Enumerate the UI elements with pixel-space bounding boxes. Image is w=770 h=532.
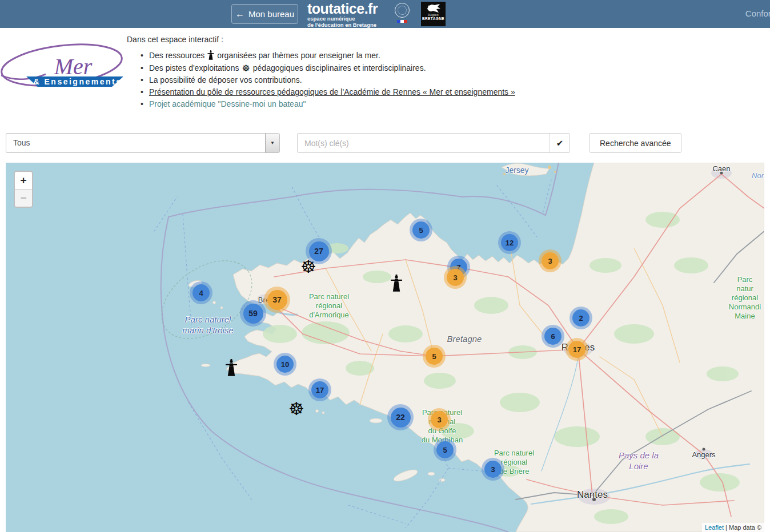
cluster-count: 59 [243, 304, 263, 324]
mon-bureau-label: Mon bureau [248, 9, 294, 19]
bullet-projet: Projet académique "Dessine-moi un bateau… [141, 100, 515, 108]
cluster-count: 10 [276, 356, 294, 373]
map-cluster-marker[interactable]: 5 [410, 219, 432, 241]
cluster-count: 5 [412, 221, 430, 239]
region-bretagne-logo: Région BRETAGNE [421, 2, 446, 26]
advanced-search-button[interactable]: Recherche avancée [589, 133, 681, 153]
map-cluster-marker[interactable]: 3 [428, 408, 451, 431]
check-icon: ✔ [556, 138, 564, 148]
cluster-count: 37 [267, 290, 287, 310]
top-header-bar: ← Mon bureau toutatice.fr espace numériq… [0, 0, 770, 28]
cluster-count: 12 [501, 234, 518, 251]
french-flag-icon [397, 20, 407, 23]
bullet-resources: Des ressources organisées par thèmes pou… [141, 50, 515, 61]
map-cluster-marker[interactable]: 27 [306, 238, 332, 264]
intro-heading: Dans cet espace interactif : [127, 35, 223, 44]
zoom-out-button[interactable]: − [15, 189, 32, 207]
map-cluster-marker[interactable]: 6 [542, 325, 564, 348]
cluster-count: 5 [426, 348, 443, 365]
bullet-contributions: La possibilité de déposer vos contributi… [141, 76, 515, 84]
map-cluster-marker[interactable]: 3 [444, 266, 467, 289]
map-icon-lighthouse[interactable] [390, 275, 403, 295]
map-cluster-marker[interactable]: 12 [498, 231, 521, 254]
academie-emblem-icon [395, 3, 410, 18]
chevron-down-icon[interactable]: ▼ [265, 134, 279, 152]
region-label-big: BRETAGNE [421, 17, 446, 21]
bullet-pistes-pre: Des pistes d'exploitations [149, 64, 239, 72]
brand-tagline-1: espace numérique [307, 16, 378, 22]
cluster-count: 3 [431, 411, 448, 428]
map-cluster-marker[interactable]: 37 [264, 287, 290, 313]
brand-name: toutatice.fr [307, 2, 378, 16]
map-cluster-marker[interactable]: 10 [274, 353, 296, 376]
cluster-count: 3 [542, 252, 559, 269]
map-cluster-marker[interactable]: 2 [570, 307, 592, 329]
leaflet-map[interactable]: + − JerseyCaenNormParc natur régional No… [6, 163, 764, 532]
mer-enseignements-logo: Mer & Enseignements [0, 41, 130, 94]
zoom-in-button[interactable]: + [15, 172, 32, 189]
cluster-count: 3 [447, 269, 464, 286]
map-cluster-marker[interactable]: 59 [240, 300, 266, 327]
cluster-count: 17 [568, 341, 585, 358]
cluster-count: 22 [391, 408, 411, 428]
mon-bureau-button[interactable]: ← Mon bureau [231, 4, 298, 24]
search-submit-button[interactable]: ✔ [550, 134, 570, 152]
map-zoom-control: + − [14, 171, 33, 208]
academie-rennes-logo [392, 3, 412, 26]
map-cluster-marker[interactable]: 17 [566, 338, 588, 361]
map-base-art [6, 163, 764, 532]
map-cluster-marker[interactable]: 5 [423, 345, 446, 368]
cluster-count: 27 [309, 241, 329, 261]
intro-bullet-list: Des ressources organisées par thèmes pou… [141, 50, 515, 112]
presentation-link[interactable]: Présentation du pôle de ressources pédag… [149, 88, 515, 96]
back-arrow-icon: ← [235, 10, 244, 19]
cluster-count: 2 [572, 309, 589, 327]
bullet-presentation: Présentation du pôle de ressources pédag… [141, 88, 515, 96]
map-cluster-marker[interactable]: 22 [387, 404, 414, 430]
bullet-pistes-post: pédagogiques disciplinaires et interdisc… [253, 64, 426, 72]
category-select-value: Tous [13, 138, 30, 147]
bullet-resources-pre: Des ressources [149, 51, 204, 60]
map-cluster-marker[interactable]: 4 [190, 281, 212, 304]
map-cluster-marker[interactable]: 3 [482, 458, 504, 481]
keyword-search-input[interactable] [298, 134, 550, 152]
bretagne-flag-icon [426, 3, 441, 14]
map-cluster-marker[interactable]: 5 [434, 438, 456, 461]
keyword-search-group: ✔ [297, 133, 570, 153]
map-icon-ship-wheel[interactable]: ☸ [288, 400, 304, 417]
cluster-count: 5 [436, 441, 454, 458]
category-select[interactable]: Tous ▼ [6, 133, 280, 153]
map-attribution: Leaflet | Map data © [702, 523, 764, 532]
map-data-attribution: | Map data © [724, 524, 761, 531]
logo-sub-text: & Enseignements [34, 77, 122, 86]
lighthouse-icon [207, 50, 214, 61]
bullet-resources-post: organisées par thèmes pour enseigner la … [217, 51, 380, 60]
brand-tagline-2: de l'éducation en Bretagne [307, 22, 378, 29]
logo-mer-text: Mer [54, 54, 93, 79]
projet-academique-link[interactable]: Projet académique "Dessine-moi un bateau… [149, 100, 306, 108]
map-icon-lighthouse[interactable] [225, 359, 238, 380]
cluster-count: 6 [544, 328, 562, 345]
leaflet-attribution-link[interactable]: Leaflet [705, 524, 724, 531]
ship-wheel-icon: ☸ [242, 65, 250, 72]
map-cluster-marker[interactable]: 17 [308, 378, 331, 401]
cluster-count: 3 [484, 461, 502, 478]
confort-link[interactable]: Confort [745, 9, 770, 18]
cluster-count: 17 [311, 381, 328, 398]
bullet-pistes: Des pistes d'exploitations ☸ pédagogique… [141, 64, 515, 72]
toutatice-logo[interactable]: toutatice.fr espace numérique de l'éduca… [307, 2, 378, 28]
map-cluster-marker[interactable]: 3 [539, 249, 562, 272]
cluster-count: 4 [192, 284, 210, 301]
